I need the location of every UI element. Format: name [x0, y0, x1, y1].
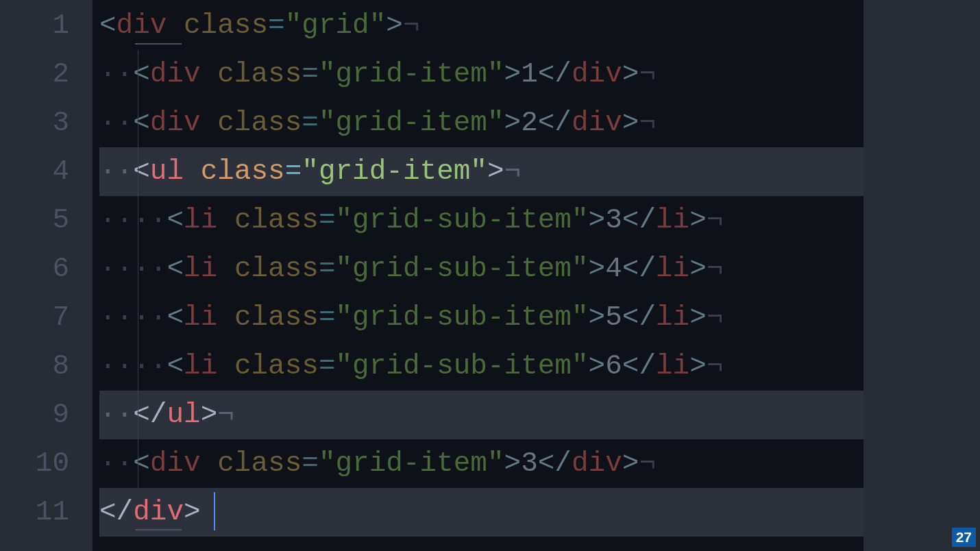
code-line[interactable]: ··</ul>¬: [99, 391, 863, 439]
indent-guide: [138, 50, 138, 99]
line-number: 3: [0, 99, 69, 147]
slide-number-badge: 27: [952, 528, 976, 547]
line-number: 7: [0, 293, 69, 342]
code-line[interactable]: ····<li class="grid-sub-item">4</li>¬: [99, 245, 863, 293]
line-number: 4: [0, 147, 69, 196]
indent-guide: [138, 439, 138, 488]
indent-guide: [138, 147, 138, 196]
line-number: 5: [0, 196, 69, 245]
code-editor[interactable]: 1 2 3 4 5 6 7 8 9 10 11 <div class="grid…: [0, 0, 863, 551]
match-underline: [135, 529, 182, 530]
line-number-gutter: 1 2 3 4 5 6 7 8 9 10 11: [0, 0, 93, 551]
match-underline: [135, 43, 182, 45]
line-number: 8: [0, 342, 69, 391]
code-line[interactable]: </div>: [99, 488, 863, 537]
code-line[interactable]: ····<li class="grid-sub-item">6</li>¬: [99, 342, 863, 391]
side-margin: [863, 0, 980, 551]
indent-guide: [138, 245, 138, 293]
code-line[interactable]: ··<div class="grid-item">1</div>¬: [99, 50, 863, 99]
code-line[interactable]: ··<div class="grid-item">2</div>¬: [99, 99, 863, 147]
indent-guide: [138, 342, 138, 391]
code-line[interactable]: ··<div class="grid-item">3</div>¬: [99, 439, 863, 488]
line-number: 11: [0, 488, 69, 537]
code-line[interactable]: ··<ul class="grid-item">¬: [99, 147, 863, 196]
line-number: 9: [0, 391, 69, 439]
indent-guide: [138, 99, 138, 147]
code-line[interactable]: ····<li class="grid-sub-item">5</li>¬: [99, 293, 863, 342]
line-number: 2: [0, 50, 69, 99]
code-line[interactable]: ····<li class="grid-sub-item">3</li>¬: [99, 196, 863, 245]
code-area[interactable]: <div class="grid">¬ ··<div class="grid-i…: [93, 0, 863, 551]
indent-guide: [138, 391, 138, 439]
line-number: 6: [0, 245, 69, 293]
code-line[interactable]: <div class="grid">¬: [99, 1, 863, 50]
indent-guide: [138, 196, 138, 245]
line-number: 10: [0, 439, 69, 488]
line-number: 1: [0, 1, 69, 50]
indent-guide: [138, 293, 138, 342]
text-cursor: [214, 492, 215, 530]
